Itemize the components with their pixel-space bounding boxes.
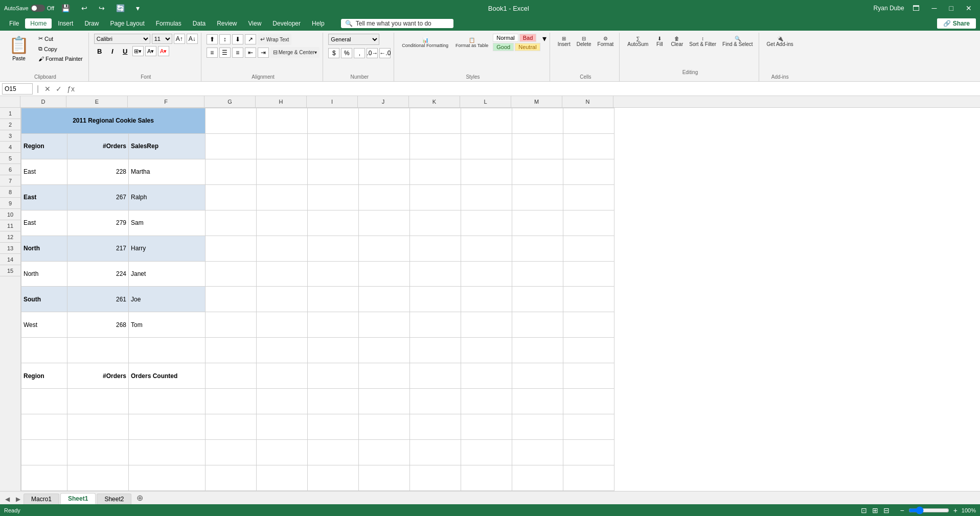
format-painter-button[interactable]: 🖌 Format Painter [36, 54, 85, 63]
cell-e9[interactable]: 268 [67, 312, 129, 338]
cell-e12[interactable] [67, 389, 129, 414]
redo-button[interactable]: ↪ [95, 3, 109, 13]
row-header-2[interactable]: 2 [0, 119, 20, 130]
format-button[interactable]: ⚙ Format [595, 34, 617, 49]
cell-m6[interactable] [512, 236, 563, 261]
row-header-8[interactable]: 8 [0, 186, 20, 198]
cell-d14[interactable] [21, 439, 67, 465]
cell-j5[interactable] [359, 210, 410, 236]
cell-n14[interactable] [563, 439, 614, 465]
cell-d10[interactable] [21, 338, 67, 363]
decrease-font-button[interactable]: A↓ [187, 34, 198, 44]
cell-l15[interactable] [461, 465, 512, 490]
cell-n7[interactable] [563, 261, 614, 287]
autosave-pill[interactable] [31, 5, 45, 12]
cancel-formula-button[interactable]: ✕ [43, 85, 52, 93]
cell-j6[interactable] [359, 236, 410, 261]
cell-h6[interactable] [257, 236, 308, 261]
cell-k7[interactable] [410, 261, 461, 287]
minimize-button[interactable]: ─ [928, 3, 941, 13]
cell-j4[interactable] [359, 184, 410, 210]
cell-l9[interactable] [461, 312, 512, 338]
cell-d15[interactable] [21, 465, 67, 490]
cell-f13[interactable] [129, 414, 206, 440]
col-header-i[interactable]: I [307, 96, 358, 107]
cell-j11[interactable] [359, 363, 410, 389]
cell-n6[interactable] [563, 236, 614, 261]
cell-d12[interactable] [21, 389, 67, 414]
cell-k1[interactable] [410, 108, 461, 134]
page-break-button[interactable]: ⊟ [881, 506, 892, 515]
menu-data[interactable]: Data [188, 18, 211, 29]
row-header-7[interactable]: 7 [0, 175, 20, 186]
menu-formulas[interactable]: Formulas [151, 18, 187, 29]
cell-f10[interactable] [129, 338, 206, 363]
col-header-d[interactable]: D [20, 96, 66, 107]
row-header-5[interactable]: 5 [0, 153, 20, 164]
autosave-info-button[interactable]: 🔄 [112, 3, 129, 13]
cell-i1[interactable] [308, 108, 359, 134]
cell-l2[interactable] [461, 133, 512, 159]
cell-g5[interactable] [206, 210, 257, 236]
style-normal[interactable]: Normal [493, 34, 518, 42]
increase-decimal-button[interactable]: .0→ [367, 48, 378, 58]
cell-e14[interactable] [67, 439, 129, 465]
cell-g11[interactable] [206, 363, 257, 389]
cell-l14[interactable] [461, 439, 512, 465]
text-direction-button[interactable]: ↗ [245, 34, 256, 44]
cell-d2[interactable]: Region [21, 133, 67, 159]
scroll-sheets-left-button[interactable]: ◀ [2, 494, 13, 504]
cell-j15[interactable] [359, 465, 410, 490]
cell-k9[interactable] [410, 312, 461, 338]
row-header-15[interactable]: 15 [0, 265, 20, 276]
row-header-1[interactable]: 1 [0, 108, 20, 119]
add-sheet-button[interactable]: ⊕ [132, 491, 147, 504]
conditional-formatting-button[interactable]: 📊 Conditional Formatting [399, 35, 451, 50]
cell-g9[interactable] [206, 312, 257, 338]
style-neutral[interactable]: Neutral [515, 43, 540, 51]
cell-e3[interactable]: 228 [67, 159, 129, 184]
cell-i10[interactable] [308, 338, 359, 363]
style-bad[interactable]: Bad [519, 34, 537, 42]
scroll-sheets-right-button[interactable]: ▶ [13, 494, 24, 504]
cell-l8[interactable] [461, 287, 512, 312]
cell-g10[interactable] [206, 338, 257, 363]
menu-developer[interactable]: Developer [267, 18, 306, 29]
align-bottom-button[interactable]: ⬇ [232, 34, 243, 44]
cell-n5[interactable] [563, 210, 614, 236]
align-left-button[interactable]: ≡ [207, 48, 218, 58]
col-header-h[interactable]: H [256, 96, 307, 107]
normal-view-button[interactable]: ⊡ [859, 506, 869, 515]
cell-m2[interactable] [512, 133, 563, 159]
font-color-button[interactable]: A▾ [158, 46, 169, 56]
cell-k11[interactable] [410, 363, 461, 389]
cell-d11[interactable]: Region [21, 363, 67, 389]
cell-e4[interactable]: 267 [67, 184, 129, 210]
cut-button[interactable]: ✂ Cut [36, 34, 85, 43]
fill-color-button[interactable]: A▾ [145, 46, 156, 56]
cell-k12[interactable] [410, 389, 461, 414]
font-family-select[interactable]: Calibri [94, 34, 150, 44]
cell-e13[interactable] [67, 414, 129, 440]
cell-e6[interactable]: 217 [67, 236, 129, 261]
cell-reference-input[interactable]: O15 [2, 83, 33, 95]
zoom-slider[interactable] [908, 506, 949, 514]
cell-k13[interactable] [410, 414, 461, 440]
cell-n8[interactable] [563, 287, 614, 312]
cell-m12[interactable] [512, 389, 563, 414]
align-center-button[interactable]: ☰ [219, 48, 231, 58]
row-header-9[interactable]: 9 [0, 198, 20, 209]
underline-button[interactable]: U [120, 46, 131, 56]
cell-m8[interactable] [512, 287, 563, 312]
find-select-button[interactable]: 🔍 Find & Select [720, 34, 755, 49]
cell-g12[interactable] [206, 389, 257, 414]
sheet-tab-sheet2[interactable]: Sheet2 [97, 494, 131, 504]
zoom-in-button[interactable]: + [951, 506, 960, 515]
cell-g13[interactable] [206, 414, 257, 440]
paste-button[interactable]: 📋 Paste [5, 34, 33, 63]
cell-m4[interactable] [512, 184, 563, 210]
col-header-j[interactable]: J [358, 96, 409, 107]
styles-more-button[interactable]: ▾ [542, 34, 546, 43]
cell-h8[interactable] [257, 287, 308, 312]
row-header-3[interactable]: 3 [0, 130, 20, 142]
